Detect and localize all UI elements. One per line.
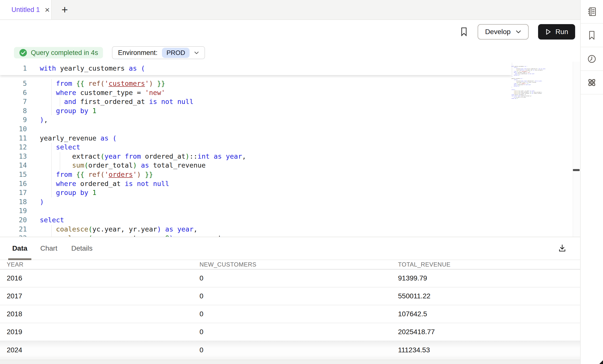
line-number[interactable]: 21 bbox=[0, 225, 27, 234]
bookmark-icon bbox=[587, 30, 596, 41]
tab-data[interactable]: Data bbox=[8, 244, 31, 252]
table-row[interactable]: 20180107642.5 bbox=[0, 305, 580, 323]
code-line-16[interactable]: 16 where ordered_at is not null bbox=[0, 179, 573, 188]
line-number[interactable]: 13 bbox=[0, 152, 27, 161]
play-icon bbox=[545, 28, 552, 36]
table-cell[interactable]: 0 bbox=[193, 346, 391, 354]
tab-untitled-1[interactable]: Untitled 1 × bbox=[0, 0, 52, 19]
table-cell[interactable]: 2017 bbox=[0, 292, 193, 300]
table-cell[interactable]: 2016 bbox=[0, 274, 193, 282]
code-line-text: from {{ ref('orders') }} bbox=[40, 171, 153, 178]
lineage-panel-button[interactable] bbox=[581, 71, 603, 94]
line-number[interactable]: 15 bbox=[0, 170, 27, 179]
line-number[interactable]: 11 bbox=[0, 134, 27, 143]
code-line-6[interactable]: 6 where customer_type = 'new' bbox=[0, 88, 573, 97]
notebook-panel-button[interactable] bbox=[581, 0, 603, 24]
table-cell[interactable]: 2025418.77 bbox=[391, 328, 580, 336]
table-cell[interactable]: 91399.79 bbox=[391, 274, 580, 282]
table-row[interactable]: 20240111234.53 bbox=[0, 341, 580, 359]
line-number[interactable]: 18 bbox=[0, 197, 27, 207]
code-line-8[interactable]: 8 group by 1 bbox=[0, 106, 573, 116]
line-number[interactable]: 17 bbox=[0, 188, 27, 197]
code-line-20[interactable]: 20select bbox=[0, 216, 573, 225]
query-status-text: Query completed in 4s bbox=[31, 49, 98, 57]
table-cell[interactable]: 2019 bbox=[0, 328, 193, 336]
code-line-22[interactable]: 22 coalesce(yc.new_customers, 0) as new_… bbox=[0, 234, 573, 237]
column-header-new_customers: NEW_CUSTOMERS bbox=[193, 261, 391, 268]
new-tab-button[interactable]: + bbox=[52, 0, 78, 19]
code-line-text: ), bbox=[40, 116, 48, 124]
query-status-row: Query completed in 4s Environment: PROD bbox=[0, 44, 580, 62]
line-number[interactable]: 7 bbox=[0, 97, 27, 106]
bookmarks-panel-button[interactable] bbox=[581, 24, 603, 47]
code-line-13[interactable]: 13 extract(year from ordered_at)::int as… bbox=[0, 152, 573, 161]
line-number[interactable]: 22 bbox=[0, 234, 27, 237]
table-cell[interactable]: 2018 bbox=[0, 310, 193, 318]
code-line-text: ) bbox=[40, 198, 44, 206]
indent-guide bbox=[51, 152, 52, 161]
code-line-1[interactable]: 1with yearly_customers as ( bbox=[0, 64, 145, 73]
code-line-text: select bbox=[40, 216, 64, 224]
line-number[interactable]: 5 bbox=[0, 79, 27, 88]
close-icon[interactable]: × bbox=[45, 5, 50, 14]
line-number[interactable]: 14 bbox=[0, 161, 27, 170]
results-panel: Data Chart Details YEARNEW_CUSTOMERSTOTA… bbox=[0, 237, 580, 364]
code-line-15[interactable]: 15 from {{ ref('orders') }} bbox=[0, 170, 573, 179]
results-scrollbar-track[interactable] bbox=[0, 360, 580, 364]
code-line-7[interactable]: 7 and first_ordered_at is not null bbox=[0, 97, 573, 106]
code-line-text: group by 1 bbox=[40, 107, 97, 115]
code-editor[interactable]: 1with yearly_customers as ( 5 from {{ re… bbox=[0, 62, 580, 237]
history-panel-button[interactable] bbox=[581, 47, 603, 71]
code-line-21[interactable]: 21 coalesce(yc.year, yr.year) as year, bbox=[0, 225, 573, 234]
code-line-10[interactable]: 10 bbox=[0, 125, 573, 134]
table-cell[interactable]: 0 bbox=[193, 292, 391, 300]
code-line-19[interactable]: 19 bbox=[0, 206, 573, 216]
line-number[interactable]: 19 bbox=[0, 206, 27, 216]
code-line-text: yearly_revenue as ( bbox=[40, 134, 117, 142]
environment-selector[interactable]: Environment: PROD bbox=[112, 46, 205, 59]
editor-scrollbar-thumb[interactable] bbox=[573, 169, 580, 171]
minimap[interactable]: with yearly_customers as ( select extrac… bbox=[511, 66, 547, 165]
code-line-12[interactable]: 12 select bbox=[0, 143, 573, 152]
line-number[interactable]: 12 bbox=[0, 143, 27, 152]
code-line-17[interactable]: 17 group by 1 bbox=[0, 188, 573, 197]
notebook-icon bbox=[587, 6, 597, 17]
table-row[interactable]: 201902025418.77 bbox=[0, 323, 580, 341]
table-cell[interactable]: 0 bbox=[193, 310, 391, 318]
code-line-text: coalesce(yc.new_customers, 0) as new_cus… bbox=[40, 234, 246, 237]
bookmark-button[interactable] bbox=[460, 27, 468, 37]
tab-chart[interactable]: Chart bbox=[40, 244, 57, 252]
line-number[interactable]: 9 bbox=[0, 115, 27, 125]
code-line-text: coalesce(yc.year, yr.year) as year, bbox=[40, 225, 198, 233]
line-number[interactable]: 6 bbox=[0, 88, 27, 97]
develop-button[interactable]: Develop bbox=[478, 24, 529, 40]
table-cell[interactable]: 107642.5 bbox=[391, 310, 580, 318]
toolbar: Develop Run bbox=[0, 20, 580, 44]
line-number[interactable]: 20 bbox=[0, 216, 27, 225]
indent-guide bbox=[51, 97, 52, 106]
line-number[interactable]: 10 bbox=[0, 125, 27, 134]
code-line-18[interactable]: 18) bbox=[0, 197, 573, 207]
line-number[interactable]: 1 bbox=[0, 64, 27, 73]
code-line-9[interactable]: 9), bbox=[0, 115, 573, 125]
resize-grip[interactable] bbox=[599, 360, 603, 364]
line-number[interactable]: 8 bbox=[0, 106, 27, 116]
editor-scrollbar-track[interactable] bbox=[573, 62, 580, 237]
code-line-14[interactable]: 14 sum(order_total) as total_revenue bbox=[0, 161, 573, 170]
table-row[interactable]: 20170550011.22 bbox=[0, 287, 580, 305]
table-cell[interactable]: 550011.22 bbox=[391, 292, 580, 300]
table-row[interactable]: 2016091399.79 bbox=[0, 270, 580, 287]
download-button[interactable] bbox=[557, 243, 567, 253]
code-line-11[interactable]: 11yearly_revenue as ( bbox=[0, 134, 573, 143]
indent-guide bbox=[51, 161, 52, 170]
code-line-5[interactable]: 5 from {{ ref('customers') }} bbox=[0, 79, 573, 88]
table-cell[interactable]: 0 bbox=[193, 274, 391, 282]
table-cell[interactable]: 0 bbox=[193, 328, 391, 336]
table-cell[interactable]: 2024 bbox=[0, 346, 193, 354]
code-lines: 5 from {{ ref('customers') }}6 where cus… bbox=[0, 79, 573, 237]
tab-details[interactable]: Details bbox=[71, 244, 93, 252]
table-cell[interactable]: 111234.53 bbox=[391, 346, 580, 354]
line-number[interactable]: 16 bbox=[0, 179, 27, 188]
indent-guide bbox=[51, 106, 52, 116]
run-button[interactable]: Run bbox=[538, 24, 575, 40]
